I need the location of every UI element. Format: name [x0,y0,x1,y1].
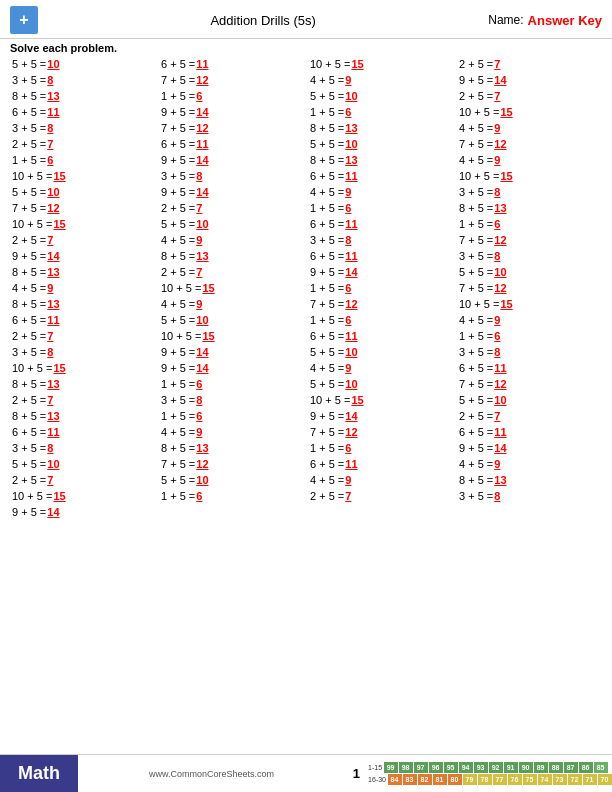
problem-equation: 4 + 5 = [161,234,195,246]
problem-item: 3 + 5 = 8 [8,72,157,88]
problem-answer: 9 [494,122,500,134]
problem-equation: 3 + 5 = [12,74,46,86]
problem-answer: 9 [345,74,351,86]
problem-item: 2 + 5 = 7 [306,488,455,504]
problem-item: 9 + 5 = 14 [455,72,604,88]
problem-equation: 5 + 5 = [161,314,195,326]
problem-item: 6 + 5 = 11 [306,216,455,232]
footer: Math www.CommonCoreSheets.com 1 1-159998… [0,754,612,792]
problem-item: 10 + 5 = 15 [8,360,157,376]
problem-item: 3 + 5 = 8 [455,248,604,264]
problem-item: 4 + 5 = 9 [455,120,604,136]
stat-box: 85 [594,762,608,773]
problem-equation: 9 + 5 = [310,410,344,422]
problem-item: 8 + 5 = 13 [8,376,157,392]
problem-answer: 9 [345,474,351,486]
problem-answer: 6 [196,410,202,422]
problem-item: 4 + 5 = 9 [306,472,455,488]
problem-item: 8 + 5 = 13 [8,264,157,280]
stat-box: 99 [384,762,398,773]
problem-equation: 6 + 5 = [459,426,493,438]
problem-item: 5 + 5 = 10 [157,216,306,232]
problem-item: 2 + 5 = 7 [8,392,157,408]
problem-equation: 2 + 5 = [161,266,195,278]
problem-item: 10 + 5 = 15 [157,328,306,344]
stat-box: 74 [538,774,552,785]
stats-label-1: 1-15 [368,764,382,771]
problem-item: 6 + 5 = 11 [8,104,157,120]
problem-equation: 6 + 5 = [310,330,344,342]
header: + Addition Drills (5s) Name: Answer Key [0,0,612,39]
problem-equation: 9 + 5 = [161,186,195,198]
problem-item: 4 + 5 = 9 [8,280,157,296]
footer-url: www.CommonCoreSheets.com [78,769,345,779]
problem-equation: 2 + 5 = [161,202,195,214]
problem-answer: 15 [500,170,512,182]
problem-item: 2 + 5 = 7 [8,472,157,488]
stats-row-2: 16-30848382818079787776757473727170 [368,774,612,786]
stat-box: 72 [568,774,582,785]
problem-answer: 11 [494,426,506,438]
problem-equation: 6 + 5 = [12,426,46,438]
problem-item: 5 + 5 = 10 [8,184,157,200]
stat-box: 78 [478,774,492,785]
stat-box: 76 [508,774,522,785]
stat-box: 86 [579,762,593,773]
problem-answer: 9 [494,154,500,166]
problem-answer: 7 [494,90,500,102]
problem-answer: 8 [494,490,500,502]
problem-equation: 2 + 5 = [12,394,46,406]
problem-item: 8 + 5 = 13 [157,440,306,456]
problem-answer: 14 [47,250,59,262]
problem-equation: 4 + 5 = [310,474,344,486]
stat-box: 84 [388,774,402,785]
problem-item: 1 + 5 = 6 [8,152,157,168]
problem-answer: 10 [47,186,59,198]
problem-item: 3 + 5 = 8 [8,440,157,456]
problem-answer: 8 [345,234,351,246]
problem-item: 8 + 5 = 13 [306,120,455,136]
problem-equation: 5 + 5 = [12,186,46,198]
problem-answer: 10 [196,314,208,326]
problem-answer: 12 [494,378,506,390]
problem-equation: 6 + 5 = [310,218,344,230]
problem-item: 6 + 5 = 11 [157,56,306,72]
problem-answer: 12 [494,282,506,294]
problem-item: 8 + 5 = 13 [455,200,604,216]
problem-item: 3 + 5 = 8 [455,344,604,360]
problem-equation: 10 + 5 = [310,394,350,406]
problem-answer: 14 [196,346,208,358]
problem-answer: 7 [494,410,500,422]
problem-answer: 7 [196,202,202,214]
problem-equation: 1 + 5 = [459,330,493,342]
problem-item: 1 + 5 = 6 [306,104,455,120]
problem-equation: 8 + 5 = [310,154,344,166]
problem-answer: 6 [196,378,202,390]
problem-answer: 10 [196,474,208,486]
problem-equation: 2 + 5 = [12,330,46,342]
problem-equation: 2 + 5 = [12,138,46,150]
stat-box: 70 [598,774,612,785]
stat-box: 73 [553,774,567,785]
problem-item: 5 + 5 = 10 [8,456,157,472]
problem-item: 6 + 5 = 11 [455,360,604,376]
problem-item: 9 + 5 = 14 [306,408,455,424]
logo-icon: + [10,6,38,34]
problem-equation: 10 + 5 = [310,58,350,70]
problem-equation: 3 + 5 = [310,234,344,246]
problem-item: 5 + 5 = 10 [157,472,306,488]
problem-equation: 8 + 5 = [161,250,195,262]
problem-equation: 9 + 5 = [12,250,46,262]
problem-equation: 5 + 5 = [310,346,344,358]
problem-equation: 8 + 5 = [459,202,493,214]
problem-answer: 15 [53,490,65,502]
problem-item: 6 + 5 = 11 [306,328,455,344]
problem-equation: 1 + 5 = [161,410,195,422]
problem-item: 5 + 5 = 10 [157,312,306,328]
problem-equation: 10 + 5 = [459,298,499,310]
problem-item: 1 + 5 = 6 [306,280,455,296]
problem-answer: 14 [196,186,208,198]
problem-equation: 1 + 5 = [310,442,344,454]
problem-equation: 3 + 5 = [459,186,493,198]
instruction-text: Solve each problem. [0,39,612,56]
